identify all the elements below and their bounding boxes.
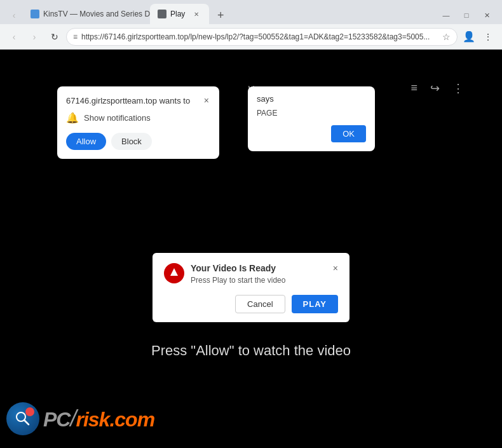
tab-favicon-kinstvo xyxy=(31,10,39,18)
navigation-bar: ‹ › ↻ ≡ https://67146.girlzsportteam.top… xyxy=(0,24,502,50)
pcrisk-logo: PC/risk.com xyxy=(6,402,154,435)
allow-button[interactable]: Allow xyxy=(66,133,106,150)
bookmark-star-icon[interactable]: ☆ xyxy=(442,32,451,42)
menu-button[interactable]: ⋮ xyxy=(479,28,497,46)
video-popup-title: Your Video Is Ready xyxy=(191,263,333,273)
pcrisk-ball-icon xyxy=(6,402,39,435)
tab-bar: ‹ KinsTV — Movies and Series D... ✕ Play… xyxy=(0,0,502,24)
notif-popup-title: 67146.girlzsportteam.top wants to xyxy=(66,96,190,105)
address-text: https://67146.girlzsportteam.top/lp/new-… xyxy=(81,32,438,41)
video-popup-header: Your Video Is Ready Press Play to start … xyxy=(164,263,338,285)
svg-line-3 xyxy=(24,420,29,424)
site-says-popup: says PAGE OK xyxy=(248,86,375,151)
press-allow-text: Press "Allow" to watch the video xyxy=(151,343,351,359)
video-popup-action-buttons: Cancel PLAY xyxy=(164,295,338,313)
video-popup-close-button[interactable]: × xyxy=(333,263,338,273)
block-button[interactable]: Block xyxy=(111,133,152,150)
tab-kinstvo[interactable]: KinsTV — Movies and Series D... ✕ xyxy=(23,4,150,24)
nav-right-icons: 👤 ⋮ xyxy=(460,28,497,46)
notif-permission-row: 🔔 Show notifications xyxy=(66,112,210,124)
forward-button[interactable]: › xyxy=(25,28,43,46)
new-tab-button[interactable]: + xyxy=(212,6,229,24)
tab-favicon-play xyxy=(158,10,166,18)
address-bar[interactable]: ≡ https://67146.girlzsportteam.top/lp/ne… xyxy=(66,28,458,46)
bell-icon: 🔔 xyxy=(66,112,79,124)
more-icon[interactable]: ⋮ xyxy=(452,81,464,95)
tab-label-play: Play xyxy=(170,10,185,18)
share-icon[interactable]: ↪ xyxy=(430,81,440,95)
video-popup-icon xyxy=(164,263,184,283)
list-icon[interactable]: ≡ xyxy=(410,81,417,95)
video-popup-texts: Your Video Is Ready Press Play to start … xyxy=(191,263,333,285)
refresh-button[interactable]: ↻ xyxy=(46,28,64,46)
notif-popup-close-button[interactable]: × xyxy=(203,94,210,107)
notif-popup-header: 67146.girlzsportteam.top wants to × xyxy=(66,94,210,107)
site-says-message: PAGE xyxy=(257,109,366,118)
pcrisk-text: PC/risk.com xyxy=(43,405,154,432)
close-button[interactable]: ✕ xyxy=(477,6,497,24)
notif-permission-label: Show notifications xyxy=(84,113,151,123)
tab-close-play[interactable]: ✕ xyxy=(191,9,201,19)
pcrisk-red-dot xyxy=(25,407,34,416)
minimize-button[interactable]: — xyxy=(436,6,456,24)
video-popup-subtitle: Press Play to start the video xyxy=(191,276,333,285)
tab-label-kinstvo: KinsTV — Movies and Series D... xyxy=(43,10,150,18)
ok-button[interactable]: OK xyxy=(331,125,366,142)
chrome-browser-window: ‹ KinsTV — Movies and Series D... ✕ Play… xyxy=(0,0,502,448)
play-button[interactable]: PLAY xyxy=(292,295,338,313)
cancel-button[interactable]: Cancel xyxy=(235,295,285,313)
secure-icon: ≡ xyxy=(73,32,78,41)
video-background: ∨ ≡ ↪ ⋮ 67146.girlzsportteam.top wants t… xyxy=(0,50,502,448)
page-content: ∨ ≡ ↪ ⋮ 67146.girlzsportteam.top wants t… xyxy=(0,50,502,448)
back-button[interactable]: ‹ xyxy=(5,28,23,46)
video-ready-popup: Your Video Is Ready Press Play to start … xyxy=(153,253,349,322)
page-action-icons: ≡ ↪ ⋮ xyxy=(410,81,464,95)
profile-icon[interactable]: 👤 xyxy=(460,28,478,46)
notification-permission-popup: 67146.girlzsportteam.top wants to × 🔔 Sh… xyxy=(57,86,219,159)
window-controls: — □ ✕ xyxy=(436,6,502,24)
maximize-button[interactable]: □ xyxy=(456,6,477,24)
tab-play[interactable]: Play ✕ xyxy=(150,4,209,24)
site-says-title: says xyxy=(257,94,366,104)
tab-back-btn[interactable]: ‹ xyxy=(5,6,23,24)
notif-action-buttons: Allow Block xyxy=(66,133,210,150)
